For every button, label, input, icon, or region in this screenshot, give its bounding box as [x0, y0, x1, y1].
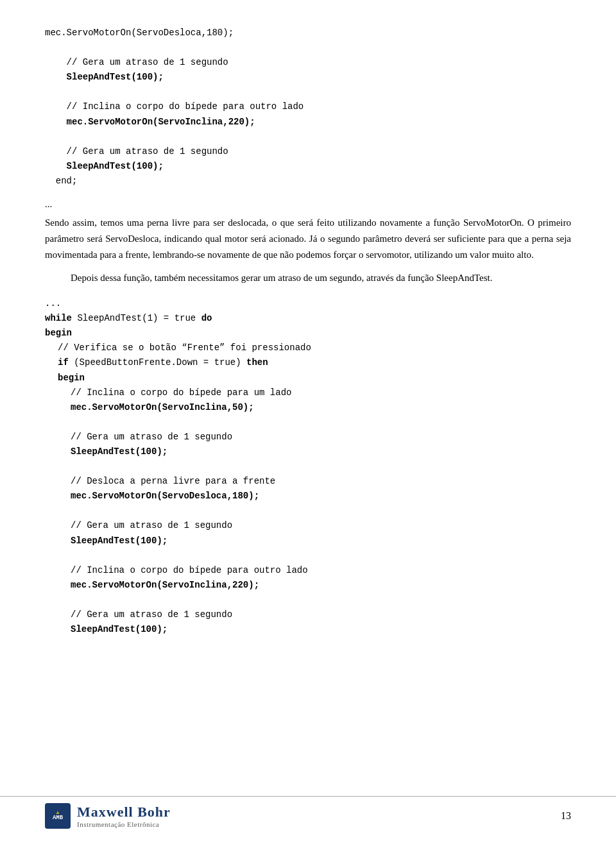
- code-comment4: // Desloca a perna livre para a frente: [45, 474, 571, 489]
- code-comment6: // Inclina o corpo do bípede para outro …: [45, 563, 571, 578]
- kw-while: while: [45, 313, 72, 323]
- code-block-top: mec.ServoMotorOn(ServoDesloca,180); // G…: [45, 26, 571, 189]
- logo-badge: ▲ AMB: [45, 803, 71, 829]
- code-blank2: [45, 459, 571, 474]
- code-line-3: // Gera um atraso de 1 segundo: [45, 55, 571, 70]
- code-blank3: [45, 504, 571, 518]
- logo-subtitle: Instrumentação Eletrônica: [77, 820, 171, 828]
- prose-para2: Depois dessa função, também necessitamos…: [45, 270, 571, 286]
- code-sleep2: SleepAndTest(100);: [45, 534, 571, 548]
- code-line-1: mec.ServoMotorOn(ServoDesloca,180);: [45, 26, 571, 40]
- code-begin2: begin: [45, 371, 571, 386]
- prose-para1: Sendo assim, temos uma perna livre para …: [45, 215, 571, 262]
- code-blank5: [45, 593, 571, 607]
- code-inclina220: mec.ServoMotorOn(ServoInclina,220);: [45, 578, 571, 593]
- code-line-blank3: [45, 130, 571, 144]
- code-line-10: SleepAndTest(100);: [45, 159, 571, 174]
- kw-do: do: [201, 313, 212, 323]
- code-line-blank2: [45, 85, 571, 99]
- code-line-blank1: [45, 40, 571, 55]
- kw-then: then: [246, 357, 268, 368]
- code-line-4: SleepAndTest(100);: [45, 70, 571, 85]
- code-comment1: // Verifica se o botão “Frente” foi pres…: [45, 341, 571, 355]
- code-inclina50: mec.ServoMotorOn(ServoInclina,50);: [45, 400, 571, 415]
- code-if-line: if (SpeedButtonFrente.Down = true) then: [45, 355, 571, 370]
- prose-section: Sendo assim, temos uma perna livre para …: [45, 215, 571, 286]
- code-desloca180: mec.ServoMotorOn(ServoDesloca,180);: [45, 489, 571, 504]
- footer: ▲ AMB Maxwell Bohr Instrumentação Eletrô…: [0, 796, 616, 829]
- code-begin1: begin: [45, 326, 571, 341]
- code-sleep1: SleepAndTest(100);: [45, 445, 571, 459]
- kw-begin1: begin: [45, 328, 72, 338]
- code-blank4: [45, 548, 571, 563]
- footer-logo: ▲ AMB Maxwell Bohr Instrumentação Eletrô…: [45, 803, 171, 829]
- code-while-line: while SleepAndTest(1) = true do: [45, 311, 571, 326]
- page-number: 13: [561, 810, 571, 822]
- prose-ellipsis-1: ...: [45, 199, 571, 210]
- code-comment5: // Gera um atraso de 1 segundo: [45, 518, 571, 533]
- kw-begin2: begin: [58, 373, 85, 383]
- code-comment3: // Gera um atraso de 1 segundo: [45, 430, 571, 445]
- code-ellipsis: ...: [45, 296, 571, 311]
- code-line-6: // Inclina o corpo do bípede para outro …: [45, 99, 571, 114]
- code-comment7: // Gera um atraso de 1 segundo: [45, 607, 571, 622]
- code-line-9: // Gera um atraso de 1 segundo: [45, 144, 571, 159]
- code-block-bottom: ... while SleepAndTest(1) = true do begi…: [45, 296, 571, 637]
- code-blank1: [45, 415, 571, 430]
- logo-text: Maxwell Bohr Instrumentação Eletrônica: [77, 804, 171, 828]
- logo-name: Maxwell Bohr: [77, 804, 171, 820]
- code-comment2: // Inclina o corpo do bípede para um lad…: [45, 386, 571, 400]
- code-line-11: end;: [45, 174, 571, 189]
- code-line-7: mec.ServoMotorOn(ServoInclina,220);: [45, 115, 571, 130]
- kw-if: if: [58, 357, 69, 368]
- code-sleep3: SleepAndTest(100);: [45, 622, 571, 637]
